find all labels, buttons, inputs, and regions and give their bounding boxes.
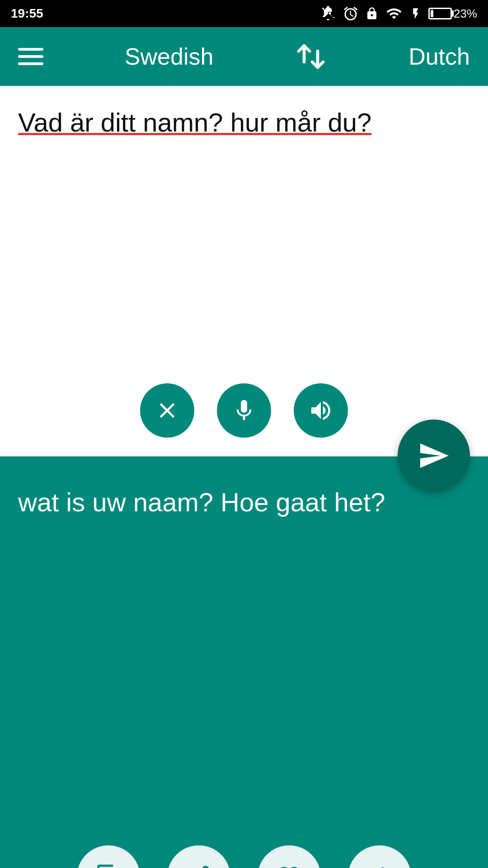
microphone-icon — [231, 398, 257, 423]
source-text: Vad är ditt namn? hur mår du? — [18, 104, 470, 141]
menu-line-1 — [18, 48, 43, 51]
source-panel: Vad är ditt namn? hur mår du? — [0, 86, 488, 457]
status-time: 19:55 — [11, 6, 43, 21]
battery-indicator: 23% — [428, 7, 477, 21]
translation-text: wat is uw naam? Hoe gaat het? — [18, 484, 470, 520]
translation-speak-button[interactable] — [348, 845, 411, 868]
volume-icon-2 — [366, 863, 393, 868]
send-icon — [418, 439, 450, 472]
bell-muted-icon — [320, 5, 336, 22]
source-text-content: Vad är ditt namn? hur mår du? — [18, 108, 371, 137]
copy-button[interactable] — [77, 845, 140, 868]
microphone-button[interactable] — [217, 383, 271, 438]
swap-icon — [295, 40, 327, 73]
clear-button[interactable] — [140, 383, 194, 438]
favorite-button[interactable] — [258, 845, 321, 868]
swap-languages-button[interactable] — [295, 40, 327, 73]
alarm-icon — [343, 5, 359, 22]
status-bar: 19:55 23% — [0, 0, 488, 27]
menu-button[interactable] — [18, 48, 43, 65]
source-speak-button[interactable] — [294, 383, 348, 438]
navbar: Swedish Dutch — [0, 27, 488, 86]
heart-icon — [276, 863, 303, 868]
lock-icon — [365, 5, 379, 22]
menu-line-2 — [18, 55, 43, 58]
source-language[interactable]: Swedish — [125, 43, 214, 70]
status-icons: 23% — [320, 5, 477, 22]
share-icon — [185, 863, 212, 868]
copy-icon — [95, 863, 122, 868]
target-language[interactable]: Dutch — [408, 43, 470, 70]
translation-panel: wat is uw naam? Hoe gaat het? — [0, 457, 488, 868]
menu-line-3 — [18, 62, 43, 65]
signal-icon — [385, 5, 403, 22]
close-icon — [155, 398, 180, 423]
charging-icon — [409, 5, 422, 22]
send-button[interactable] — [398, 420, 470, 492]
volume-icon — [308, 398, 333, 423]
share-button[interactable] — [167, 845, 230, 868]
battery-percent: 23% — [454, 7, 477, 21]
source-action-buttons — [140, 383, 348, 438]
translation-action-buttons — [77, 845, 411, 868]
